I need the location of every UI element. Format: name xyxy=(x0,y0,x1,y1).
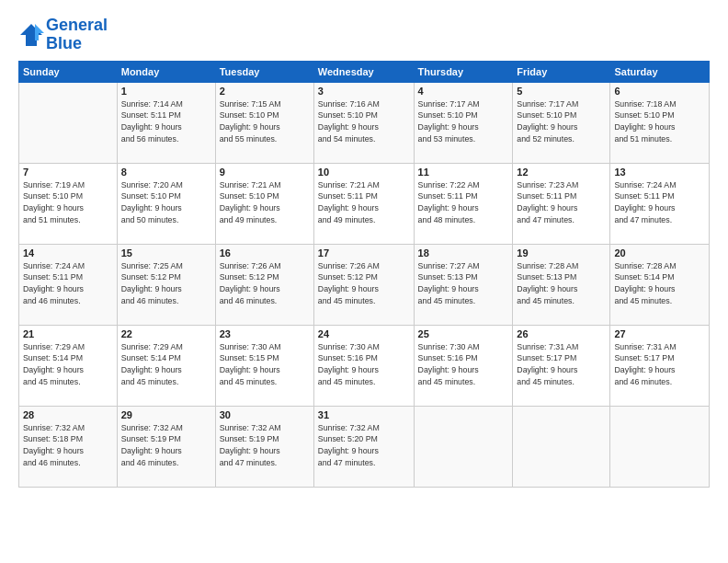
header-cell-tuesday: Tuesday xyxy=(215,61,313,82)
day-info: Sunrise: 7:28 AMSunset: 5:13 PMDaylight:… xyxy=(517,260,606,307)
calendar-table: SundayMondayTuesdayWednesdayThursdayFrid… xyxy=(18,61,710,488)
day-cell: 26Sunrise: 7:31 AMSunset: 5:17 PMDayligh… xyxy=(513,325,610,406)
day-cell: 14Sunrise: 7:24 AMSunset: 5:11 PMDayligh… xyxy=(19,244,118,325)
day-info: Sunrise: 7:32 AMSunset: 5:19 PMDaylight:… xyxy=(121,422,211,469)
day-cell: 31Sunrise: 7:32 AMSunset: 5:20 PMDayligh… xyxy=(313,406,414,487)
day-number: 18 xyxy=(418,247,509,259)
day-info: Sunrise: 7:17 AMSunset: 5:10 PMDaylight:… xyxy=(418,98,509,145)
day-number: 11 xyxy=(418,167,509,178)
header-cell-thursday: Thursday xyxy=(414,61,513,82)
week-row-3: 14Sunrise: 7:24 AMSunset: 5:11 PMDayligh… xyxy=(19,244,710,325)
day-number: 15 xyxy=(121,247,211,259)
day-cell: 5Sunrise: 7:17 AMSunset: 5:10 PMDaylight… xyxy=(513,82,610,163)
header-cell-friday: Friday xyxy=(513,61,610,82)
header-row: SundayMondayTuesdayWednesdayThursdayFrid… xyxy=(19,61,710,82)
day-number: 24 xyxy=(318,328,410,339)
day-info: Sunrise: 7:18 AMSunset: 5:10 PMDaylight:… xyxy=(614,98,705,145)
day-number: 17 xyxy=(318,247,410,259)
day-info: Sunrise: 7:23 AMSunset: 5:11 PMDaylight:… xyxy=(517,179,606,226)
day-number: 13 xyxy=(614,167,705,178)
day-info: Sunrise: 7:19 AMSunset: 5:10 PMDaylight:… xyxy=(23,179,113,226)
day-cell: 7Sunrise: 7:19 AMSunset: 5:10 PMDaylight… xyxy=(19,163,118,244)
day-info: Sunrise: 7:24 AMSunset: 5:11 PMDaylight:… xyxy=(23,260,113,307)
day-number: 16 xyxy=(220,247,310,259)
day-number: 23 xyxy=(220,328,310,339)
day-info: Sunrise: 7:30 AMSunset: 5:16 PMDaylight:… xyxy=(318,341,410,388)
day-info: Sunrise: 7:29 AMSunset: 5:14 PMDaylight:… xyxy=(23,341,113,388)
day-cell: 25Sunrise: 7:30 AMSunset: 5:16 PMDayligh… xyxy=(414,325,513,406)
header: General Blue xyxy=(18,17,710,53)
day-cell: 23Sunrise: 7:30 AMSunset: 5:15 PMDayligh… xyxy=(215,325,313,406)
header-cell-saturday: Saturday xyxy=(610,61,710,82)
day-number: 29 xyxy=(121,409,211,420)
day-info: Sunrise: 7:15 AMSunset: 5:10 PMDaylight:… xyxy=(220,98,310,145)
day-number: 8 xyxy=(121,167,211,178)
day-info: Sunrise: 7:31 AMSunset: 5:17 PMDaylight:… xyxy=(614,341,705,388)
day-cell xyxy=(513,406,610,487)
day-cell: 30Sunrise: 7:32 AMSunset: 5:19 PMDayligh… xyxy=(215,406,313,487)
day-number: 26 xyxy=(517,328,606,339)
day-info: Sunrise: 7:25 AMSunset: 5:12 PMDaylight:… xyxy=(121,260,211,307)
week-row-4: 21Sunrise: 7:29 AMSunset: 5:14 PMDayligh… xyxy=(19,325,710,406)
day-cell: 24Sunrise: 7:30 AMSunset: 5:16 PMDayligh… xyxy=(313,325,414,406)
day-cell: 1Sunrise: 7:14 AMSunset: 5:11 PMDaylight… xyxy=(117,82,215,163)
day-number: 4 xyxy=(418,86,509,97)
day-number: 1 xyxy=(121,86,211,97)
day-number: 3 xyxy=(318,86,410,97)
day-info: Sunrise: 7:26 AMSunset: 5:12 PMDaylight:… xyxy=(318,260,410,307)
day-cell: 11Sunrise: 7:22 AMSunset: 5:11 PMDayligh… xyxy=(414,163,513,244)
day-cell: 21Sunrise: 7:29 AMSunset: 5:14 PMDayligh… xyxy=(19,325,118,406)
day-number: 25 xyxy=(418,328,509,339)
day-number: 22 xyxy=(121,328,211,339)
day-info: Sunrise: 7:14 AMSunset: 5:11 PMDaylight:… xyxy=(121,98,211,145)
day-info: Sunrise: 7:26 AMSunset: 5:12 PMDaylight:… xyxy=(220,260,310,307)
day-cell: 19Sunrise: 7:28 AMSunset: 5:13 PMDayligh… xyxy=(513,244,610,325)
day-cell: 17Sunrise: 7:26 AMSunset: 5:12 PMDayligh… xyxy=(313,244,414,325)
header-cell-wednesday: Wednesday xyxy=(313,61,414,82)
day-cell: 20Sunrise: 7:28 AMSunset: 5:14 PMDayligh… xyxy=(610,244,710,325)
day-number: 9 xyxy=(220,167,310,178)
day-cell: 8Sunrise: 7:20 AMSunset: 5:10 PMDaylight… xyxy=(117,163,215,244)
week-row-5: 28Sunrise: 7:32 AMSunset: 5:18 PMDayligh… xyxy=(19,406,710,487)
day-cell: 10Sunrise: 7:21 AMSunset: 5:11 PMDayligh… xyxy=(313,163,414,244)
day-info: Sunrise: 7:22 AMSunset: 5:11 PMDaylight:… xyxy=(418,179,509,226)
week-row-1: 1Sunrise: 7:14 AMSunset: 5:11 PMDaylight… xyxy=(19,82,710,163)
day-info: Sunrise: 7:32 AMSunset: 5:20 PMDaylight:… xyxy=(318,422,410,469)
day-info: Sunrise: 7:29 AMSunset: 5:14 PMDaylight:… xyxy=(121,341,211,388)
day-cell: 22Sunrise: 7:29 AMSunset: 5:14 PMDayligh… xyxy=(117,325,215,406)
day-info: Sunrise: 7:21 AMSunset: 5:11 PMDaylight:… xyxy=(318,179,410,226)
day-cell: 2Sunrise: 7:15 AMSunset: 5:10 PMDaylight… xyxy=(215,82,313,163)
day-info: Sunrise: 7:30 AMSunset: 5:16 PMDaylight:… xyxy=(418,341,509,388)
day-cell: 27Sunrise: 7:31 AMSunset: 5:17 PMDayligh… xyxy=(610,325,710,406)
day-info: Sunrise: 7:21 AMSunset: 5:10 PMDaylight:… xyxy=(220,179,310,226)
day-info: Sunrise: 7:28 AMSunset: 5:14 PMDaylight:… xyxy=(614,260,705,307)
day-info: Sunrise: 7:30 AMSunset: 5:15 PMDaylight:… xyxy=(220,341,310,388)
day-cell: 18Sunrise: 7:27 AMSunset: 5:13 PMDayligh… xyxy=(414,244,513,325)
day-cell: 6Sunrise: 7:18 AMSunset: 5:10 PMDaylight… xyxy=(610,82,710,163)
day-info: Sunrise: 7:32 AMSunset: 5:19 PMDaylight:… xyxy=(220,422,310,469)
day-number: 5 xyxy=(517,86,606,97)
day-info: Sunrise: 7:31 AMSunset: 5:17 PMDaylight:… xyxy=(517,341,606,388)
day-number: 20 xyxy=(614,247,705,259)
logo-text: General Blue xyxy=(46,17,108,53)
day-number: 12 xyxy=(517,167,606,178)
day-number: 30 xyxy=(220,409,310,420)
day-number: 6 xyxy=(614,86,705,97)
day-cell xyxy=(19,82,118,163)
day-number: 14 xyxy=(23,247,113,259)
day-cell: 12Sunrise: 7:23 AMSunset: 5:11 PMDayligh… xyxy=(513,163,610,244)
day-cell: 4Sunrise: 7:17 AMSunset: 5:10 PMDaylight… xyxy=(414,82,513,163)
day-number: 7 xyxy=(23,167,113,178)
day-info: Sunrise: 7:24 AMSunset: 5:11 PMDaylight:… xyxy=(614,179,705,226)
day-cell xyxy=(610,406,710,487)
day-cell: 29Sunrise: 7:32 AMSunset: 5:19 PMDayligh… xyxy=(117,406,215,487)
day-number: 31 xyxy=(318,409,410,420)
day-info: Sunrise: 7:17 AMSunset: 5:10 PMDaylight:… xyxy=(517,98,606,145)
header-cell-sunday: Sunday xyxy=(19,61,118,82)
logo: General Blue xyxy=(18,17,108,53)
day-number: 28 xyxy=(23,409,113,420)
header-cell-monday: Monday xyxy=(117,61,215,82)
day-cell xyxy=(414,406,513,487)
day-info: Sunrise: 7:16 AMSunset: 5:10 PMDaylight:… xyxy=(318,98,410,145)
svg-marker-0 xyxy=(20,24,42,46)
